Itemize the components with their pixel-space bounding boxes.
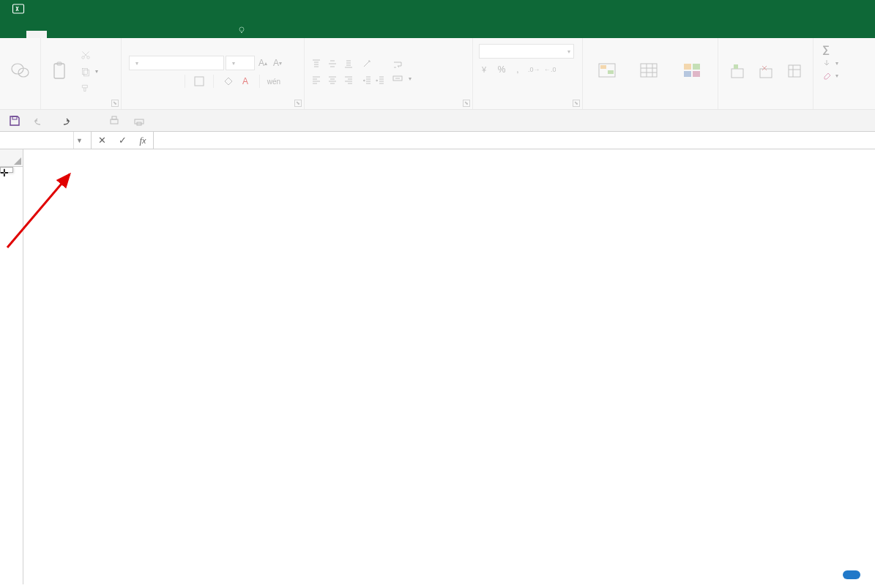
merge-icon	[392, 73, 403, 83]
tab-insert[interactable]	[67, 31, 88, 38]
font-size-combo[interactable]: ▾	[226, 56, 255, 70]
quick-access-toolbar	[0, 110, 875, 132]
eraser-icon	[822, 71, 831, 80]
increase-decimal-button[interactable]: .0→	[527, 63, 540, 76]
phonetic-button[interactable]: wén	[267, 75, 280, 88]
group-label-alignment: ⬊	[305, 105, 472, 109]
svg-point-1	[239, 27, 244, 31]
format-table-button[interactable]	[628, 46, 671, 97]
font-launcher[interactable]: ⬊	[294, 100, 302, 107]
bucket-icon	[223, 76, 233, 86]
sigma-icon: ∑	[822, 43, 830, 55]
underline-button[interactable]	[164, 75, 177, 88]
svg-rect-0	[13, 4, 24, 13]
lightbulb-icon	[237, 26, 246, 34]
svg-rect-19	[684, 64, 691, 70]
svg-rect-25	[760, 69, 772, 78]
svg-rect-29	[112, 116, 116, 119]
cell-styles-button[interactable]	[670, 46, 713, 97]
tab-pdf[interactable]	[211, 31, 231, 38]
accounting-button[interactable]: ¥	[479, 63, 492, 76]
print-preview-button[interactable]	[107, 113, 122, 128]
font-color-button[interactable]: A	[239, 75, 252, 88]
tab-layout[interactable]	[88, 31, 108, 38]
tab-formulas[interactable]	[108, 31, 129, 38]
tab-review[interactable]	[149, 31, 170, 38]
tab-templates[interactable]	[47, 31, 67, 38]
percent-button[interactable]: %	[495, 63, 508, 76]
undo-icon	[34, 116, 45, 126]
delete-cells-button[interactable]	[751, 46, 780, 97]
increase-indent-button[interactable]	[373, 73, 387, 86]
align-top-button[interactable]	[309, 56, 324, 71]
enter-formula-button[interactable]: ✓	[112, 135, 133, 146]
svg-rect-9	[84, 70, 89, 76]
number-launcher[interactable]: ⬊	[573, 100, 580, 107]
cut-button[interactable]	[78, 49, 101, 61]
font-family-combo[interactable]: ▾	[129, 56, 224, 70]
name-box-input[interactable]	[0, 135, 73, 146]
fill-button[interactable]: ▾	[819, 58, 841, 68]
svg-rect-24	[734, 64, 738, 69]
wrap-text-button[interactable]	[392, 60, 412, 70]
printer-icon	[133, 115, 145, 127]
brush-icon	[81, 83, 91, 94]
tell-me-search[interactable]	[237, 22, 249, 38]
row-headers	[0, 167, 23, 584]
align-middle-button[interactable]	[325, 56, 340, 71]
send-wechat-button[interactable]	[4, 46, 36, 97]
select-all-corner[interactable]	[0, 149, 23, 167]
svg-rect-21	[684, 71, 691, 77]
fill-color-button[interactable]	[221, 75, 234, 88]
increase-font-button[interactable]: A▴	[256, 56, 269, 70]
comma-button[interactable]: ,	[511, 63, 524, 76]
column-headers-row	[0, 149, 875, 167]
name-box-dropdown[interactable]: ▼	[73, 132, 85, 149]
undo-button[interactable]	[32, 113, 47, 128]
formula-bar: ▼ ✕ ✓ fx	[0, 132, 875, 149]
group-label-clipboard: ⬊	[41, 105, 121, 109]
svg-rect-8	[82, 68, 87, 74]
paste-button[interactable]	[45, 46, 75, 97]
redo-button[interactable]	[57, 113, 72, 128]
alignment-launcher[interactable]: ⬊	[463, 100, 470, 107]
svg-text:←.0: ←.0	[544, 66, 556, 73]
app-icon[interactable]	[0, 0, 37, 18]
tab-data[interactable]	[129, 31, 149, 38]
print-button[interactable]	[132, 113, 146, 128]
align-left-button[interactable]	[309, 72, 324, 87]
decrease-decimal-button[interactable]: ←.0	[543, 63, 556, 76]
decrease-indent-button[interactable]	[360, 73, 373, 86]
insert-function-button[interactable]: fx	[133, 135, 153, 146]
name-box[interactable]: ▼	[0, 132, 92, 149]
tab-file[interactable]	[6, 31, 26, 38]
orientation-button[interactable]	[360, 57, 373, 70]
conditional-format-button[interactable]	[587, 46, 628, 97]
svg-text:.0→: .0→	[528, 66, 540, 73]
tab-developer[interactable]	[190, 31, 211, 38]
insert-cells-button[interactable]	[723, 46, 751, 97]
clipboard-launcher[interactable]: ⬊	[111, 100, 119, 107]
tab-view[interactable]	[170, 31, 190, 38]
copy-button[interactable]: ▾	[78, 66, 101, 78]
italic-button[interactable]	[146, 75, 160, 88]
bold-button[interactable]	[129, 75, 142, 88]
align-center-button[interactable]	[325, 72, 340, 87]
format-painter-button[interactable]	[78, 83, 101, 94]
cursor-crosshair: ✛	[0, 167, 9, 179]
border-button[interactable]	[193, 75, 206, 88]
tab-home[interactable]	[26, 31, 47, 38]
save-button[interactable]	[7, 113, 22, 128]
table-icon	[638, 61, 659, 81]
merge-center-button[interactable]: ▾	[392, 73, 412, 83]
formula-input[interactable]	[154, 132, 875, 149]
align-bottom-button[interactable]	[341, 56, 356, 71]
clear-button[interactable]: ▾	[819, 70, 841, 81]
worksheet: ✛	[0, 167, 875, 584]
format-cells-button[interactable]	[780, 46, 808, 97]
cancel-formula-button[interactable]: ✕	[92, 135, 112, 146]
number-format-combo[interactable]: ▾	[479, 44, 574, 59]
align-right-button[interactable]	[341, 72, 356, 87]
autosum-button[interactable]: ∑	[819, 42, 835, 56]
decrease-font-button[interactable]: A▾	[271, 56, 284, 70]
